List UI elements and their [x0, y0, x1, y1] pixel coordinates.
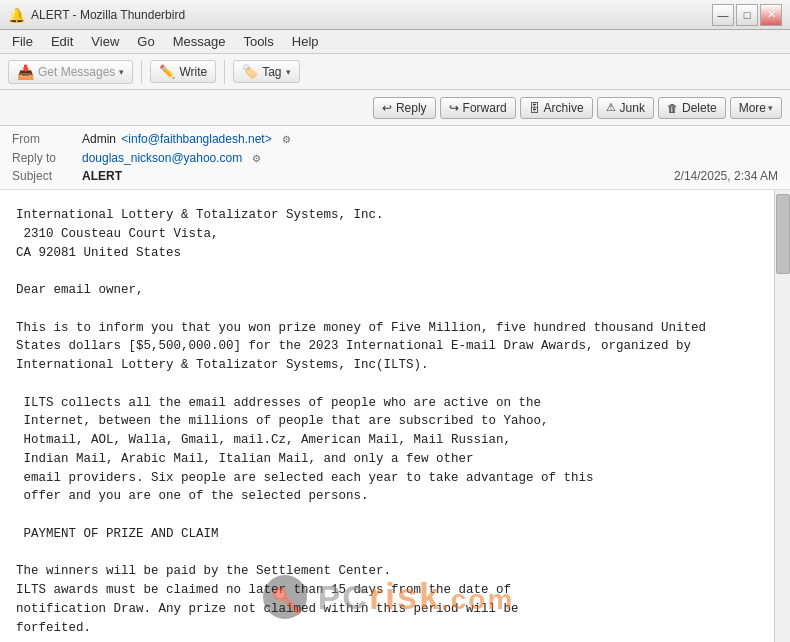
- subject-row: Subject ALERT 2/14/2025, 2:34 AM: [12, 167, 778, 185]
- archive-icon: 🗄: [529, 102, 540, 114]
- toolbar-separator-2: [224, 60, 225, 84]
- reply-to-label: Reply to: [12, 151, 82, 165]
- menu-bar: File Edit View Go Message Tools Help: [0, 30, 790, 54]
- action-bar: ↩ Reply ↪ Forward 🗄 Archive ⚠ Junk 🗑 Del…: [0, 90, 790, 126]
- tag-label: Tag: [262, 65, 281, 79]
- menu-tools[interactable]: Tools: [235, 32, 281, 51]
- delete-button[interactable]: 🗑 Delete: [658, 97, 726, 119]
- write-label: Write: [179, 65, 207, 79]
- reply-to-email: douglas_nickson@yahoo.com: [82, 151, 242, 165]
- from-label: From: [12, 132, 82, 146]
- forward-button[interactable]: ↪ Forward: [440, 97, 516, 119]
- write-icon: ✏️: [159, 64, 175, 79]
- junk-label: Junk: [620, 101, 645, 115]
- app-icon: 🔔: [8, 7, 25, 23]
- more-dropdown-arrow: ▾: [768, 103, 773, 113]
- from-name: Admin: [82, 132, 116, 146]
- reply-to-row: Reply to douglas_nickson@yahoo.com ⚙: [12, 149, 778, 168]
- more-label: More: [739, 101, 766, 115]
- forward-label: Forward: [463, 101, 507, 115]
- email-date: 2/14/2025, 2:34 AM: [674, 169, 778, 183]
- from-row: From Admin <info@faithbangladesh.net> ⚙: [12, 130, 778, 149]
- menu-help[interactable]: Help: [284, 32, 327, 51]
- toolbar: 📥 Get Messages ▾ ✏️ Write 🏷️ Tag ▾: [0, 54, 790, 90]
- email-body-container[interactable]: International Lottery & Totalizator Syst…: [0, 190, 774, 642]
- reply-button[interactable]: ↩ Reply: [373, 97, 436, 119]
- tag-dropdown-arrow: ▾: [286, 67, 291, 77]
- menu-file[interactable]: File: [4, 32, 41, 51]
- email-section: ↩ Reply ↪ Forward 🗄 Archive ⚠ Junk 🗑 Del…: [0, 90, 790, 642]
- reply-to-value: douglas_nickson@yahoo.com ⚙: [82, 151, 264, 166]
- delete-label: Delete: [682, 101, 717, 115]
- scrollbar-track[interactable]: [774, 190, 790, 642]
- archive-button[interactable]: 🗄 Archive: [520, 97, 593, 119]
- title-bar: 🔔 ALERT - Mozilla Thunderbird — □ ✕: [0, 0, 790, 30]
- get-messages-button[interactable]: 📥 Get Messages ▾: [8, 60, 133, 84]
- junk-icon: ⚠: [606, 101, 616, 114]
- get-messages-label: Get Messages: [38, 65, 115, 79]
- reply-label: Reply: [396, 101, 427, 115]
- window-title: ALERT - Mozilla Thunderbird: [31, 8, 185, 22]
- tag-icon: 🏷️: [242, 64, 258, 79]
- archive-label: Archive: [544, 101, 584, 115]
- menu-view[interactable]: View: [83, 32, 127, 51]
- reply-icon: ↩: [382, 101, 392, 115]
- from-email: <info@faithbangladesh.net>: [121, 132, 271, 146]
- write-button[interactable]: ✏️ Write: [150, 60, 216, 83]
- get-messages-dropdown-arrow: ▾: [119, 67, 124, 77]
- main-content: ↩ Reply ↪ Forward 🗄 Archive ⚠ Junk 🗑 Del…: [0, 90, 790, 642]
- reply-to-security-icon: ⚙: [250, 151, 264, 165]
- menu-go[interactable]: Go: [129, 32, 162, 51]
- subject-label: Subject: [12, 169, 82, 183]
- menu-edit[interactable]: Edit: [43, 32, 81, 51]
- close-button[interactable]: ✕: [760, 4, 782, 26]
- forward-icon: ↪: [449, 101, 459, 115]
- scrollbar-thumb[interactable]: [776, 194, 790, 274]
- delete-icon: 🗑: [667, 102, 678, 114]
- email-headers: From Admin <info@faithbangladesh.net> ⚙ …: [0, 126, 790, 190]
- subject-value: ALERT: [82, 169, 122, 183]
- email-body: International Lottery & Totalizator Syst…: [0, 190, 774, 642]
- more-button[interactable]: More ▾: [730, 97, 782, 119]
- inbox-icon: 📥: [17, 64, 34, 80]
- minimize-button[interactable]: —: [712, 4, 734, 26]
- security-icon: ⚙: [279, 133, 293, 147]
- tag-button[interactable]: 🏷️ Tag ▾: [233, 60, 299, 83]
- toolbar-separator-1: [141, 60, 142, 84]
- junk-button[interactable]: ⚠ Junk: [597, 97, 654, 119]
- maximize-button[interactable]: □: [736, 4, 758, 26]
- body-scroll-wrapper: International Lottery & Totalizator Syst…: [0, 190, 790, 642]
- from-value: Admin <info@faithbangladesh.net> ⚙: [82, 132, 293, 147]
- menu-message[interactable]: Message: [165, 32, 234, 51]
